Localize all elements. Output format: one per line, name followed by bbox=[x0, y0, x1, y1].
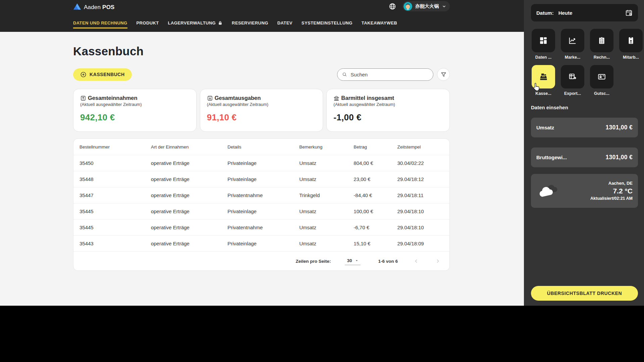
brand-logo[interactable]: Aaden POS bbox=[73, 3, 115, 11]
date-label: Datum: bbox=[536, 10, 554, 16]
cell-art: operative Erträge bbox=[151, 176, 227, 182]
filter-button[interactable] bbox=[437, 68, 450, 81]
next-page-button[interactable] bbox=[435, 258, 441, 264]
dashboard-icon bbox=[539, 36, 548, 45]
chevron-down-icon bbox=[442, 4, 446, 9]
card-title: Gesamteinnahmen bbox=[88, 95, 138, 101]
previous-page-button[interactable] bbox=[413, 258, 419, 264]
sidebar-tile-grid: Daten ... Marke... bbox=[531, 29, 638, 96]
print-overview-button[interactable]: ÜBERSICHTSBLATT DRUCKEN bbox=[531, 286, 638, 301]
page-content: Kassenbuch KASSENBUCH bbox=[73, 32, 450, 271]
card-value: 91,10 € bbox=[207, 112, 316, 123]
tile-rechnung[interactable]: Rechn... bbox=[589, 29, 614, 60]
cell-zeitstempel: 29.04/18:09 bbox=[397, 241, 449, 246]
table-row[interactable]: 35447 operative Erträge Privatentnahme T… bbox=[73, 187, 449, 203]
column-header: Bestellnummer bbox=[79, 144, 151, 149]
user-menu[interactable]: 亦能大火锅 bbox=[402, 1, 450, 11]
filter-funnel-icon bbox=[440, 71, 447, 78]
cell-bemerkung: Trinkgeld bbox=[299, 192, 354, 198]
tile-export[interactable]: Export... bbox=[560, 65, 585, 96]
section-title-daten-einsehen: Daten einsehen bbox=[531, 105, 638, 110]
nav-tab-takeawayweb[interactable]: TAKEAWAYWEB bbox=[362, 20, 397, 28]
table-row[interactable]: 35445 operative Erträge Privatentnahme U… bbox=[73, 219, 449, 235]
cell-betrag: 804,00 € bbox=[354, 160, 397, 166]
weather-location: Aachen, DE bbox=[590, 180, 633, 186]
search-input[interactable] bbox=[350, 71, 429, 78]
weather-widget: Aachen, DE 7.2 °C Aktualisiert/02:21 AM bbox=[531, 174, 638, 208]
main-area: Aaden POS 亦能大火锅 bbox=[0, 0, 524, 306]
brand-logo-icon bbox=[73, 3, 81, 11]
card-gesamteinnahmen: Gesamteinnahmen (Aktuell ausgewählter Ze… bbox=[73, 89, 197, 132]
nav-tab-produkt[interactable]: PRODUKT bbox=[137, 20, 159, 28]
stat-umsatz: Umsatz 1301,00 € bbox=[531, 118, 638, 137]
plus-circle-icon bbox=[80, 71, 87, 78]
tile-marketing[interactable]: Marke... bbox=[560, 29, 585, 60]
cell-details: Privateinlage bbox=[227, 176, 299, 182]
cell-bemerkung: Umsatz bbox=[299, 160, 354, 166]
search-icon bbox=[342, 71, 347, 77]
chart-icon bbox=[568, 36, 577, 45]
export-icon bbox=[568, 72, 577, 81]
register-icon bbox=[539, 72, 548, 81]
card-title: Gesamtausgaben bbox=[215, 95, 261, 101]
table-row[interactable]: 35450 operative Erträge Privateinlage Um… bbox=[73, 155, 449, 171]
card-title: Barmittel insgesamt bbox=[341, 95, 394, 101]
caret-down-icon bbox=[355, 259, 359, 262]
column-header: Betrag bbox=[354, 144, 397, 149]
tile-gutschein[interactable]: Gutsc... bbox=[589, 65, 614, 96]
tile-mitarbeiter[interactable]: Mitarb... bbox=[619, 29, 643, 60]
invoice-icon bbox=[597, 36, 606, 45]
table-row[interactable]: 35448 operative Erträge Privateinlage Um… bbox=[73, 171, 449, 187]
date-value: Heute bbox=[558, 10, 573, 16]
search-box bbox=[337, 68, 433, 81]
cell-bemerkung: Umsatz bbox=[299, 176, 354, 182]
cell-details: Privateinlage bbox=[227, 241, 299, 246]
tile-daten[interactable]: Daten ... bbox=[531, 29, 556, 60]
cell-betrag: 100,00 € bbox=[354, 208, 397, 214]
tile-kassenbuch[interactable]: Kasse... bbox=[531, 65, 556, 96]
cell-zeitstempel: 29.04/18:11 bbox=[397, 192, 449, 198]
table-row[interactable]: 35443 operative Erträge Privateinlage Um… bbox=[73, 235, 449, 251]
cell-bestellnummer: 35447 bbox=[79, 192, 151, 198]
language-globe-button[interactable] bbox=[387, 1, 397, 11]
expense-icon bbox=[207, 95, 213, 101]
cell-betrag: 15,10 € bbox=[354, 241, 397, 246]
cell-art: operative Erträge bbox=[151, 208, 227, 214]
card-value: 942,10 € bbox=[80, 112, 190, 123]
main-nav: DATEN UND RECHNUNG PRODUKT LAGERVERWALTU… bbox=[73, 20, 397, 28]
card-subtitle: (Aktuell ausgewählter Zeitraum) bbox=[333, 102, 443, 107]
cell-art: operative Erträge bbox=[151, 225, 227, 230]
column-header: Zeitstempel bbox=[397, 144, 449, 149]
column-header: Details bbox=[227, 144, 299, 149]
rows-per-page-label: Zeilen pro Seite: bbox=[296, 259, 331, 264]
cell-art: operative Erträge bbox=[151, 241, 227, 246]
nav-tab-datev[interactable]: DATEV bbox=[277, 20, 292, 28]
date-picker[interactable]: Datum: Heute bbox=[531, 4, 638, 21]
user-avatar bbox=[404, 2, 412, 11]
rows-per-page-select[interactable]: 30 bbox=[345, 257, 361, 265]
nav-tab-systemeinstellung[interactable]: SYSTEMEINSTELLUNG bbox=[302, 20, 353, 28]
nav-tab-daten-und-rechnung[interactable]: DATEN UND RECHNUNG bbox=[73, 20, 127, 28]
table-row[interactable]: 35445 operative Erträge Privateinlage Um… bbox=[73, 203, 449, 219]
voucher-icon bbox=[597, 72, 606, 81]
cell-bestellnummer: 35443 bbox=[79, 241, 151, 246]
nav-tab-lagerverwaltung[interactable]: LAGERVERWALTUNG bbox=[168, 20, 223, 28]
calendar-sync-icon bbox=[625, 9, 633, 16]
add-kassenbuch-button[interactable]: KASSENBUCH bbox=[73, 68, 132, 81]
cell-details: Privateinlage bbox=[227, 208, 299, 214]
card-subtitle: (Aktuell ausgewählter Zeitraum) bbox=[80, 102, 190, 107]
cell-details: Privatentnahme bbox=[227, 225, 299, 230]
cell-bemerkung: Umsatz bbox=[299, 208, 354, 214]
weather-temperature: 7.2 °C bbox=[590, 186, 633, 196]
cell-bemerkung: Umsatz bbox=[299, 241, 354, 246]
nav-tab-reservierung[interactable]: RESERVIERUNG bbox=[232, 20, 268, 28]
column-header: Bemerkung bbox=[299, 144, 354, 149]
summary-cards: Gesamteinnahmen (Aktuell ausgewählter Ze… bbox=[73, 89, 450, 132]
page-title: Kassenbuch bbox=[73, 45, 450, 58]
cell-bestellnummer: 35445 bbox=[79, 225, 151, 230]
cell-zeitstempel: 29.04/18:10 bbox=[397, 208, 449, 214]
chevron-right-icon bbox=[435, 258, 441, 264]
kassenbuch-table: Bestellnummer Art der Einnahmen Details … bbox=[73, 138, 450, 271]
stat-bruttogewinn: Bruttogewi... 1301,00 € bbox=[531, 147, 638, 167]
card-subtitle: (Aktuell ausgewählter Zeitraum) bbox=[207, 102, 316, 107]
